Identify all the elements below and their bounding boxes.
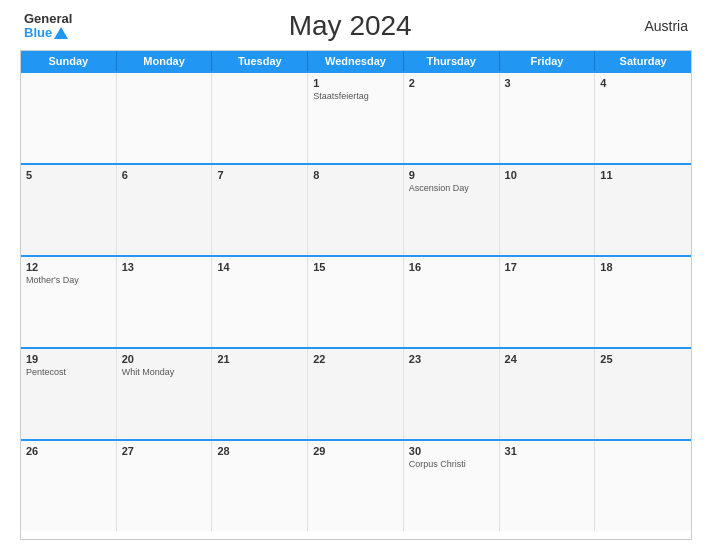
day-number: 28 — [217, 445, 302, 457]
day-number: 11 — [600, 169, 686, 181]
calendar-body: 1Staatsfeiertag23456789Ascension Day1011… — [21, 71, 691, 531]
calendar-cell-5-3: 28 — [212, 441, 308, 531]
day-event: Pentecost — [26, 367, 111, 379]
calendar-cell-4-1: 19Pentecost — [21, 349, 117, 439]
logo-general-text: General — [24, 12, 72, 26]
logo-triangle-icon — [54, 27, 68, 39]
day-number: 8 — [313, 169, 398, 181]
calendar-cell-3-4: 15 — [308, 257, 404, 347]
calendar-cell-3-6: 17 — [500, 257, 596, 347]
day-number: 13 — [122, 261, 207, 273]
calendar-cell-2-6: 10 — [500, 165, 596, 255]
day-number: 18 — [600, 261, 686, 273]
calendar-week-1: 1Staatsfeiertag234 — [21, 71, 691, 163]
calendar-cell-2-7: 11 — [595, 165, 691, 255]
calendar-title: May 2024 — [72, 10, 628, 42]
calendar-cell-4-7: 25 — [595, 349, 691, 439]
page: General Blue May 2024 Austria Sunday Mon… — [0, 0, 712, 550]
day-number: 24 — [505, 353, 590, 365]
day-number: 25 — [600, 353, 686, 365]
day-number: 9 — [409, 169, 494, 181]
calendar-cell-4-2: 20Whit Monday — [117, 349, 213, 439]
calendar-cell-2-2: 6 — [117, 165, 213, 255]
calendar-cell-3-5: 16 — [404, 257, 500, 347]
header-friday: Friday — [500, 51, 596, 71]
day-number: 27 — [122, 445, 207, 457]
calendar-cell-2-1: 5 — [21, 165, 117, 255]
day-number: 12 — [26, 261, 111, 273]
day-number: 14 — [217, 261, 302, 273]
calendar-cell-2-3: 7 — [212, 165, 308, 255]
header-monday: Monday — [117, 51, 213, 71]
day-number: 6 — [122, 169, 207, 181]
day-number: 15 — [313, 261, 398, 273]
day-number: 7 — [217, 169, 302, 181]
day-number: 1 — [313, 77, 398, 89]
calendar-cell-3-1: 12Mother's Day — [21, 257, 117, 347]
calendar-cell-4-5: 23 — [404, 349, 500, 439]
calendar-cell-5-6: 31 — [500, 441, 596, 531]
day-number: 19 — [26, 353, 111, 365]
day-number: 16 — [409, 261, 494, 273]
calendar-cell-2-5: 9Ascension Day — [404, 165, 500, 255]
calendar-cell-5-2: 27 — [117, 441, 213, 531]
calendar: Sunday Monday Tuesday Wednesday Thursday… — [20, 50, 692, 540]
logo-blue-text: Blue — [24, 26, 68, 40]
day-event: Corpus Christi — [409, 459, 494, 471]
country-label: Austria — [628, 18, 688, 34]
calendar-cell-1-6: 3 — [500, 73, 596, 163]
day-number: 2 — [409, 77, 494, 89]
day-number: 10 — [505, 169, 590, 181]
calendar-cell-1-5: 2 — [404, 73, 500, 163]
calendar-cell-5-5: 30Corpus Christi — [404, 441, 500, 531]
calendar-header: Sunday Monday Tuesday Wednesday Thursday… — [21, 51, 691, 71]
header-saturday: Saturday — [595, 51, 691, 71]
calendar-week-2: 56789Ascension Day1011 — [21, 163, 691, 255]
calendar-week-5: 2627282930Corpus Christi31 — [21, 439, 691, 531]
calendar-cell-2-4: 8 — [308, 165, 404, 255]
header-thursday: Thursday — [404, 51, 500, 71]
day-number: 4 — [600, 77, 686, 89]
day-number: 17 — [505, 261, 590, 273]
calendar-cell-5-1: 26 — [21, 441, 117, 531]
day-event: Whit Monday — [122, 367, 207, 379]
day-number: 21 — [217, 353, 302, 365]
calendar-cell-4-6: 24 — [500, 349, 596, 439]
calendar-cell-4-3: 21 — [212, 349, 308, 439]
day-number: 23 — [409, 353, 494, 365]
calendar-cell-5-4: 29 — [308, 441, 404, 531]
day-number: 29 — [313, 445, 398, 457]
calendar-week-4: 19Pentecost20Whit Monday2122232425 — [21, 347, 691, 439]
calendar-cell-1-1 — [21, 73, 117, 163]
day-number: 22 — [313, 353, 398, 365]
calendar-cell-3-3: 14 — [212, 257, 308, 347]
logo: General Blue — [24, 12, 72, 41]
header: General Blue May 2024 Austria — [20, 10, 692, 42]
calendar-cell-1-4: 1Staatsfeiertag — [308, 73, 404, 163]
day-number: 26 — [26, 445, 111, 457]
calendar-week-3: 12Mother's Day131415161718 — [21, 255, 691, 347]
calendar-cell-1-7: 4 — [595, 73, 691, 163]
header-tuesday: Tuesday — [212, 51, 308, 71]
day-number: 5 — [26, 169, 111, 181]
day-number: 30 — [409, 445, 494, 457]
header-sunday: Sunday — [21, 51, 117, 71]
day-number: 31 — [505, 445, 590, 457]
day-event: Ascension Day — [409, 183, 494, 195]
calendar-cell-3-2: 13 — [117, 257, 213, 347]
day-number: 3 — [505, 77, 590, 89]
calendar-cell-4-4: 22 — [308, 349, 404, 439]
day-event: Staatsfeiertag — [313, 91, 398, 103]
calendar-cell-5-7 — [595, 441, 691, 531]
calendar-cell-3-7: 18 — [595, 257, 691, 347]
header-wednesday: Wednesday — [308, 51, 404, 71]
calendar-cell-1-2 — [117, 73, 213, 163]
day-event: Mother's Day — [26, 275, 111, 287]
calendar-cell-1-3 — [212, 73, 308, 163]
day-number: 20 — [122, 353, 207, 365]
